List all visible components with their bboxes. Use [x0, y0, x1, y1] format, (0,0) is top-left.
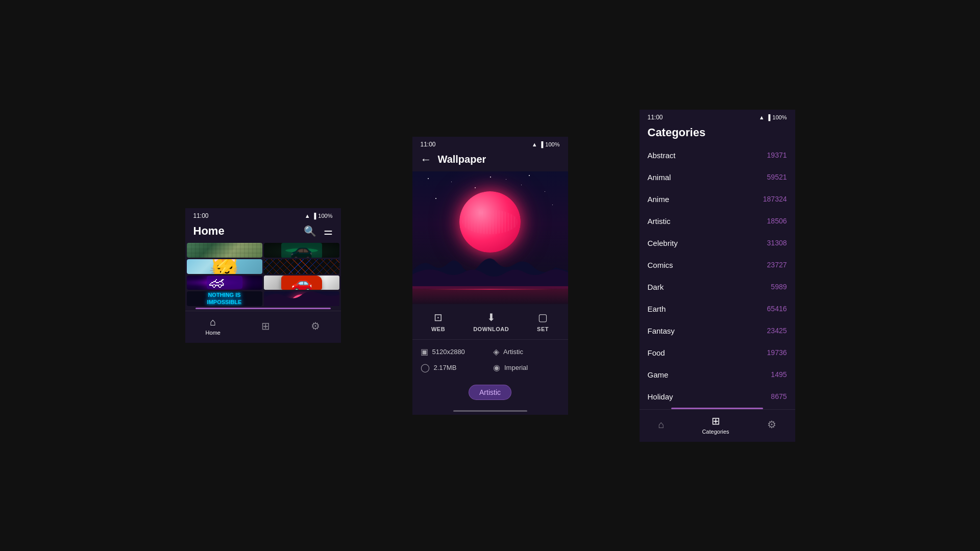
home-app-bar: Home 🔍 ⚌ — [185, 221, 341, 243]
bottom-nav-categories: ⌂ ⊞ Categories ⚙ — [640, 409, 795, 442]
nav-settings-cat[interactable]: ⚙ — [767, 418, 776, 431]
status-time-wallpaper: 11:00 — [421, 141, 436, 148]
category-animal[interactable]: Animal 59521 — [642, 166, 793, 188]
battery-c: 100% — [772, 114, 787, 120]
download-label: DOWNLOAD — [473, 326, 509, 332]
category-name-anime: Anime — [648, 195, 670, 204]
set-button[interactable]: ▢ SET — [537, 311, 549, 332]
size-value: 2.17MB — [434, 364, 457, 371]
category-holiday[interactable]: Holiday 8675 — [642, 386, 793, 408]
grid-item-darkcar[interactable] — [264, 243, 339, 258]
wallpaper-app-bar: ← Wallpaper — [412, 150, 568, 171]
glow-line — [428, 289, 552, 290]
filter-icon[interactable]: ⚌ — [324, 225, 333, 237]
resolution-value: 5120x2880 — [432, 348, 465, 356]
grid-item-pikachu[interactable]: 🐱 — [187, 259, 262, 274]
category-value: Artistic — [503, 348, 523, 356]
status-bar-categories: 11:00 ▲ ▐ 100% — [640, 110, 795, 123]
category-abstract[interactable]: Abstract 19371 — [642, 144, 793, 166]
category-anime[interactable]: Anime 187324 — [642, 188, 793, 210]
browse-nav-icon: ⊞ — [261, 320, 270, 332]
category-name-earth: Earth — [648, 305, 666, 313]
grid-item-ferrari[interactable] — [264, 276, 339, 290]
wallpaper-title: Wallpaper — [438, 154, 486, 165]
category-name-comics: Comics — [648, 261, 673, 269]
wifi-icon-w: ▲ — [532, 141, 537, 147]
battery-w: 100% — [545, 141, 559, 147]
grid-item-maze[interactable] — [264, 259, 339, 274]
download-button[interactable]: ⬇ DOWNLOAD — [473, 311, 509, 332]
grid-item-city[interactable] — [187, 243, 262, 258]
grid-item-planet[interactable] — [264, 291, 339, 306]
artistic-badge[interactable]: Artistic — [469, 385, 511, 400]
category-celebrity[interactable]: Celebrity 31308 — [642, 232, 793, 254]
categories-screen: 11:00 ▲ ▐ 100% Categories Abstract 19371… — [640, 110, 795, 442]
categories-icon-cat: ⊞ — [712, 415, 720, 427]
category-earth[interactable]: Earth 65416 — [642, 298, 793, 320]
wallpaper-metadata: ▣ 5120x2880 ◈ Artistic ◯ 2.17MB ◉ Imperi… — [412, 340, 568, 380]
category-name-game: Game — [648, 370, 669, 379]
grid-item-actioncar[interactable] — [187, 276, 262, 290]
back-button[interactable]: ← — [421, 153, 432, 166]
resolution-icon: ▣ — [421, 347, 428, 357]
categories-nav-label: Categories — [702, 429, 729, 435]
search-icon[interactable]: 🔍 — [304, 225, 316, 237]
category-meta: ◈ Artistic — [493, 347, 560, 357]
category-fantasy[interactable]: Fantasy 23425 — [642, 320, 793, 342]
download-icon: ⬇ — [487, 311, 496, 323]
category-count-animal: 59521 — [767, 173, 787, 181]
status-bar-home: 11:00 ▲ ▐ 100% — [185, 208, 341, 221]
nav-home-cat[interactable]: ⌂ — [658, 419, 664, 431]
category-artistic[interactable]: Artistic 18506 — [642, 210, 793, 232]
status-time-categories: 11:00 — [648, 114, 663, 121]
category-name-food: Food — [648, 348, 665, 357]
nav-browse[interactable]: ⊞ — [261, 320, 270, 332]
nav-settings[interactable]: ⚙ — [311, 320, 320, 332]
category-count-food: 19736 — [767, 348, 787, 357]
grid-item-textart[interactable]: NOTHING IS IMPOSSIBLE — [187, 291, 262, 306]
web-label: WEB — [431, 326, 445, 332]
categories-app-bar: Categories — [640, 123, 795, 144]
nav-categories-cat[interactable]: ⊞ Categories — [702, 415, 729, 435]
web-button[interactable]: ⊡ WEB — [431, 311, 445, 332]
category-icon: ◈ — [493, 347, 499, 357]
category-dark[interactable]: Dark 5989 — [642, 276, 793, 298]
status-icons-wallpaper: ▲ ▐ 100% — [532, 141, 560, 147]
neon-text: NOTHING IS IMPOSSIBLE — [207, 291, 242, 306]
category-name-celebrity: Celebrity — [648, 239, 678, 247]
home-action-icons: 🔍 ⚌ — [304, 225, 333, 237]
categories-list: Abstract 19371 Animal 59521 Anime 187324… — [640, 144, 795, 408]
bottom-nav-home: ⌂ Home ⊞ ⚙ — [185, 311, 341, 343]
set-icon: ▢ — [538, 311, 548, 323]
category-food[interactable]: Food 19736 — [642, 342, 793, 364]
status-bar-wallpaper: 11:00 ▲ ▐ 100% — [412, 137, 568, 150]
category-count-fantasy: 23425 — [767, 327, 787, 335]
category-count-celebrity: 31308 — [767, 239, 787, 247]
home-icon-cat: ⌂ — [658, 419, 664, 431]
wifi-icon-c: ▲ — [759, 114, 765, 120]
category-count-dark: 5989 — [771, 283, 787, 291]
settings-icon-cat: ⚙ — [767, 418, 776, 431]
author-icon: ◉ — [493, 363, 500, 372]
wallpaper-screen: 11:00 ▲ ▐ 100% ← Wallpaper — [412, 137, 568, 415]
signal-icon-c: ▐ — [767, 114, 771, 120]
mountain-svg — [412, 243, 568, 289]
action-buttons: ⊡ WEB ⬇ DOWNLOAD ▢ SET — [412, 304, 568, 340]
category-count-anime: 187324 — [763, 195, 787, 203]
web-icon: ⊡ — [434, 311, 443, 323]
categories-title: Categories — [648, 126, 787, 139]
category-count-artistic: 18506 — [767, 217, 787, 225]
category-count-holiday: 8675 — [771, 392, 787, 400]
nav-home[interactable]: ⌂ Home — [206, 316, 220, 336]
category-game[interactable]: Game 1495 — [642, 364, 793, 386]
status-icons-home: ▲ ▐ 100% — [305, 213, 333, 219]
category-comics[interactable]: Comics 23727 — [642, 254, 793, 276]
category-name-animal: Animal — [648, 173, 671, 182]
category-name-fantasy: Fantasy — [648, 327, 675, 335]
category-name-abstract: Abstract — [648, 151, 676, 160]
signal-icon: ▐ — [312, 213, 316, 219]
status-time-home: 11:00 — [193, 212, 209, 219]
home-screen: 11:00 ▲ ▐ 100% Home 🔍 ⚌ — [185, 208, 341, 342]
status-icons-categories: ▲ ▐ 100% — [759, 114, 787, 120]
author-value: Imperial — [504, 364, 528, 371]
